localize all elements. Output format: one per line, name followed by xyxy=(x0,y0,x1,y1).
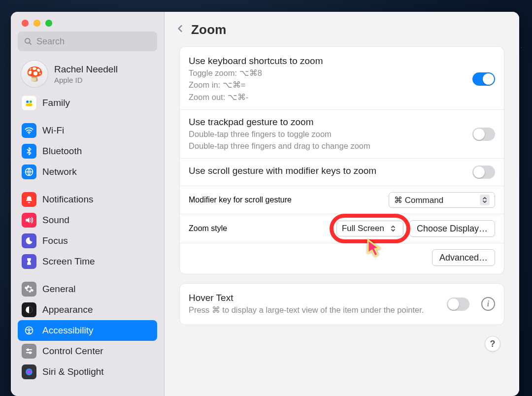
advanced-button[interactable]: Advanced… xyxy=(432,249,495,266)
family-icon xyxy=(22,96,36,110)
scroll-label: Use scroll gesture with modifier keys to… xyxy=(189,165,466,176)
sidebar-item-siri[interactable]: Siri & Spotlight xyxy=(18,362,157,382)
svg-point-9 xyxy=(29,328,30,330)
titlebar: Zoom xyxy=(165,12,519,46)
sidebar-item-label: Sound xyxy=(42,215,69,226)
sidebar-item-notifications[interactable]: Notifications xyxy=(18,189,157,210)
sidebar-item-label: Wi-Fi xyxy=(42,125,64,136)
row-keyboard-shortcuts: Use keyboard shortcuts to zoom Toggle zo… xyxy=(180,49,504,109)
help-glyph: ? xyxy=(490,339,496,349)
svg-line-1 xyxy=(29,42,31,44)
sidebar-item-bluetooth[interactable]: Bluetooth xyxy=(18,141,157,162)
sidebar-item-label: Control Center xyxy=(42,346,103,357)
row-scroll-gesture: Use scroll gesture with modifier keys to… xyxy=(180,158,504,186)
sidebar-item-sound[interactable]: Sound xyxy=(18,210,157,231)
sidebar-item-label: Notifications xyxy=(42,194,94,205)
sidebar-item-family[interactable]: Family xyxy=(18,93,157,113)
sidebar-item-screentime[interactable]: Screen Time xyxy=(18,251,157,272)
bluetooth-icon xyxy=(22,144,36,159)
sidebar-item-appleid[interactable]: 🍄 Rachel Needell Apple ID xyxy=(18,57,157,93)
trackpad-desc2: Double-tap three fingers and drag to cha… xyxy=(189,140,466,151)
sidebar-scroll[interactable]: 🍄 Rachel Needell Apple ID Family Wi-Fi xyxy=(11,57,164,391)
sidebar-item-label: Family xyxy=(42,98,70,108)
sidebar-item-label: Siri & Spotlight xyxy=(42,366,104,377)
account-sub: Apple ID xyxy=(54,76,118,84)
notifications-icon xyxy=(22,192,36,207)
hover-text-panel: Hover Text Press ⌘ to display a large-te… xyxy=(179,283,504,325)
sidebar-item-label: Appearance xyxy=(42,304,93,315)
sound-icon xyxy=(22,213,36,228)
svg-point-14 xyxy=(26,368,32,375)
hover-text-toggle[interactable] xyxy=(447,297,469,311)
search-icon xyxy=(24,37,33,46)
info-icon[interactable]: i xyxy=(481,297,495,311)
hover-text-desc: Press ⌘ to display a large-text view of … xyxy=(189,304,440,315)
chevron-updown-icon xyxy=(480,195,490,205)
sidebar-item-label: Focus xyxy=(42,235,68,246)
kb-shortcuts-desc2: Zoom in: ⌥⌘= xyxy=(189,79,466,90)
sidebar-item-focus[interactable]: Focus xyxy=(18,231,157,251)
kb-shortcuts-toggle[interactable] xyxy=(472,72,495,86)
svg-point-11 xyxy=(27,349,29,350)
zoom-style-label: Zoom style xyxy=(189,224,331,233)
help-button[interactable]: ? xyxy=(485,336,500,352)
general-icon xyxy=(22,282,36,297)
row-hover-text: Hover Text Press ⌘ to display a large-te… xyxy=(180,286,504,322)
zoom-settings-panel: Use keyboard shortcuts to zoom Toggle zo… xyxy=(179,46,504,274)
choose-display-label: Choose Display… xyxy=(417,224,488,234)
appearance-icon xyxy=(22,302,36,317)
scroll-toggle[interactable] xyxy=(472,165,495,179)
sidebar-item-appearance[interactable]: Appearance xyxy=(18,299,157,320)
sidebar-item-wifi[interactable]: Wi-Fi xyxy=(18,120,157,141)
row-advanced: Advanced… xyxy=(180,243,504,272)
sidebar: 🍄 Rachel Needell Apple ID Family Wi-Fi xyxy=(11,12,165,396)
search-field[interactable] xyxy=(18,32,157,51)
network-icon xyxy=(22,165,36,179)
sidebar-item-label: Accessibility xyxy=(42,325,93,336)
svg-point-13 xyxy=(30,352,31,353)
account-name: Rachel Needell xyxy=(54,64,118,75)
close-window-button[interactable] xyxy=(22,20,29,27)
sidebar-item-label: Network xyxy=(42,166,77,177)
sidebar-item-accessibility[interactable]: Accessibility xyxy=(18,320,157,341)
modifier-label: Modifier key for scroll gesture xyxy=(189,196,383,204)
accessibility-icon xyxy=(22,323,36,338)
search-input[interactable] xyxy=(36,36,151,47)
sidebar-item-label: General xyxy=(42,284,76,295)
zoom-style-select[interactable]: Full Screen xyxy=(336,221,403,236)
sidebar-item-label: Screen Time xyxy=(42,256,95,267)
svg-point-2 xyxy=(26,100,29,103)
page-title: Zoom xyxy=(191,22,227,37)
svg-rect-4 xyxy=(26,103,32,106)
trackpad-label: Use trackpad gesture to zoom xyxy=(189,117,466,128)
minimize-window-button[interactable] xyxy=(33,20,40,27)
settings-window: 🍄 Rachel Needell Apple ID Family Wi-Fi xyxy=(11,12,519,396)
sidebar-item-label: Bluetooth xyxy=(42,146,82,157)
modifier-key-value: ⌘ Command xyxy=(394,195,443,205)
trackpad-desc1: Double-tap three fingers to toggle zoom xyxy=(189,129,466,139)
modifier-key-select[interactable]: ⌘ Command xyxy=(389,192,495,208)
row-zoom-style: Zoom style Full Screen Choose Display… xyxy=(180,214,504,243)
choose-display-button[interactable]: Choose Display… xyxy=(409,220,495,237)
svg-point-3 xyxy=(30,100,32,103)
back-button[interactable] xyxy=(175,22,185,37)
fullscreen-window-button[interactable] xyxy=(45,20,52,27)
focus-icon xyxy=(22,233,36,248)
sidebar-item-network[interactable]: Network xyxy=(18,162,157,182)
sidebar-item-general[interactable]: General xyxy=(18,279,157,299)
avatar: 🍄 xyxy=(21,60,48,88)
trackpad-toggle[interactable] xyxy=(472,128,495,141)
kb-shortcuts-label: Use keyboard shortcuts to zoom xyxy=(189,56,466,66)
kb-shortcuts-desc3: Zoom out: ⌥⌘- xyxy=(189,92,466,102)
wifi-icon xyxy=(22,123,36,138)
kb-shortcuts-desc1: Toggle zoom: ⌥⌘8 xyxy=(189,67,466,78)
zoom-style-value: Full Screen xyxy=(342,224,384,233)
row-modifier-key: Modifier key for scroll gesture ⌘ Comman… xyxy=(180,186,504,214)
siri-icon xyxy=(22,364,36,379)
row-trackpad-gesture: Use trackpad gesture to zoom Double-tap … xyxy=(180,109,504,159)
window-controls xyxy=(11,12,164,32)
hover-text-label: Hover Text xyxy=(189,293,440,303)
chevron-updown-icon xyxy=(388,223,398,234)
advanced-label: Advanced… xyxy=(439,253,488,263)
sidebar-item-controlcenter[interactable]: Control Center xyxy=(18,341,157,362)
